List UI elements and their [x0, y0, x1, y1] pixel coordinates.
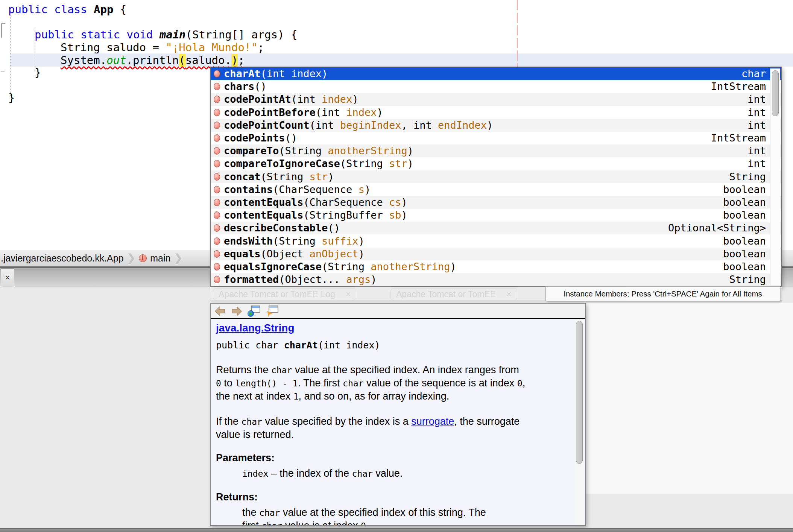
method-icon: [214, 122, 220, 129]
javadoc-content: java.lang.String public char charAt(int …: [211, 319, 585, 525]
method-icon: [214, 199, 220, 206]
completion-row[interactable]: contentEquals(CharSequence cs) boolean: [211, 196, 781, 209]
close-icon[interactable]: ×: [506, 289, 511, 299]
doc-text: 0 to length() - 1. The first char value …: [216, 377, 561, 390]
completion-label: describeConstable(): [224, 222, 664, 234]
breadcrumb-class[interactable]: .javiergarciaescobedo.kk.App: [1, 253, 124, 264]
completion-row[interactable]: codePointBefore(int index) int: [211, 106, 781, 119]
breadcrumb-method[interactable]: main: [150, 253, 170, 264]
right-margin-line: [517, 0, 518, 67]
ide-window: public class App { public static void ma…: [0, 0, 793, 532]
window-bottom-edge: [0, 528, 793, 532]
returns-header: Returns:: [216, 491, 561, 503]
completion-label: codePointCount(int beginIndex, int endIn…: [224, 119, 743, 132]
method-icon: [214, 83, 220, 90]
method-icon: [214, 211, 220, 219]
class-link[interactable]: java.lang.String: [216, 322, 295, 334]
empty-panel-area: [586, 303, 793, 494]
code-line: public class App {: [8, 3, 126, 16]
code-fold-start-icon[interactable]: [1, 23, 5, 38]
doc-text: Returns the char value at the specified …: [216, 363, 561, 377]
indent-guide: [10, 15, 11, 96]
completion-row[interactable]: compareTo(String anotherString) int: [211, 144, 781, 157]
completion-row[interactable]: codePointCount(int beginIndex, int endIn…: [211, 119, 781, 132]
code-line-error: System.out.println(saludo.);: [61, 54, 245, 67]
code-line: }: [35, 66, 41, 79]
completion-row[interactable]: concat(String str) String: [211, 170, 781, 183]
completion-hint-bar: Instance Members; Press 'Ctrl+SPACE' Aga…: [545, 286, 780, 301]
javadoc-popup: ➤ java.lang.String public char charAt(in…: [210, 303, 586, 526]
completion-row[interactable]: chars() IntStream: [211, 80, 781, 93]
tab-label: Apache Tomcat or TomEE: [396, 289, 496, 299]
method-icon: [214, 134, 220, 142]
completion-row[interactable]: contentEquals(StringBuffer sb) boolean: [211, 209, 781, 222]
go-to-source-icon[interactable]: ➤: [266, 306, 278, 317]
back-button[interactable]: [214, 306, 226, 316]
completion-label: contentEquals(StringBuffer sb): [224, 209, 719, 222]
code-line: String saludo = "¡Hola Mundo!";: [61, 41, 264, 54]
completion-row[interactable]: equals(Object anObject) boolean: [211, 248, 781, 260]
javadoc-toolbar: ➤: [211, 304, 585, 318]
method-icon: [214, 96, 220, 103]
doc-text: first char value is at index 0.: [242, 519, 561, 525]
doc-text: value is returned.: [216, 428, 561, 441]
completion-label: equals(Object anObject): [224, 248, 719, 260]
tab-tomcat-log[interactable]: Apache Tomcat or TomEE Log ×: [213, 288, 356, 300]
method-icon: [214, 173, 220, 181]
completion-label: codePointAt(int index): [224, 93, 743, 106]
close-tab-button[interactable]: ×: [1, 268, 14, 286]
method-icon: [214, 147, 220, 155]
completion-label: endsWith(String suffix): [224, 235, 719, 248]
completion-label: concat(String str): [224, 170, 725, 183]
scrollbar-thumb[interactable]: [772, 70, 779, 116]
close-icon[interactable]: ×: [346, 289, 351, 299]
code-line: public static void main(String[] args) {: [35, 28, 297, 41]
completion-row[interactable]: codePointAt(int index) int: [211, 93, 781, 106]
tab-label: Apache Tomcat or TomEE Log: [219, 289, 335, 299]
completion-label: formatted(Object... args): [224, 273, 725, 286]
completion-label: equalsIgnoreCase(String anotherString): [224, 260, 719, 273]
code-fold-end-icon[interactable]: [1, 71, 5, 71]
code-completion-popup: charAt(int index) char chars() IntStream…: [210, 67, 782, 287]
completion-label: codePoints(): [224, 132, 706, 144]
completion-scrollbar[interactable]: [770, 68, 780, 285]
method-icon: [214, 276, 220, 283]
method-icon: [214, 160, 220, 167]
completion-list: charAt(int index) char chars() IntStream…: [211, 67, 781, 286]
doc-text: the char value at the specified index of…: [242, 506, 561, 519]
completion-row[interactable]: formatted(Object... args) String: [211, 273, 781, 286]
completion-row[interactable]: endsWith(String suffix) boolean: [211, 234, 781, 247]
completion-row[interactable]: compareToIgnoreCase(String str) int: [211, 157, 781, 170]
completion-label: charAt(int index): [224, 67, 737, 80]
doc-text: the next at index 1, and so on, as for a…: [216, 390, 561, 403]
scrollbar-thumb[interactable]: [576, 321, 583, 464]
code-line: }: [8, 91, 15, 104]
completion-label: contentEquals(CharSequence cs): [224, 196, 719, 209]
completion-row[interactable]: codePoints() IntStream: [211, 132, 781, 144]
completion-row[interactable]: describeConstable() Optional<String>: [211, 222, 781, 234]
method-signature: public char charAt(int index): [216, 339, 561, 351]
doc-text: If the char value specified by the index…: [216, 415, 561, 428]
completion-label: chars(): [224, 80, 706, 93]
chevron-right-icon: ❯: [174, 252, 182, 264]
method-icon: [214, 70, 220, 78]
chevron-right-icon: ❯: [127, 252, 136, 264]
completion-return-type: Optional<String>: [668, 222, 781, 234]
completion-label: codePointBefore(int index): [224, 106, 743, 119]
show-in-browser-icon[interactable]: [248, 306, 260, 317]
doc-text: index – the index of the char value.: [242, 467, 561, 480]
method-icon: [214, 263, 220, 271]
method-icon: [214, 109, 220, 116]
completion-row[interactable]: charAt(int index) char: [211, 67, 781, 80]
completion-label: contains(CharSequence s): [224, 183, 719, 196]
javadoc-scrollbar[interactable]: [574, 320, 584, 524]
background-tab-strip: Apache Tomcat or TomEE Log × Apache Tomc…: [210, 287, 782, 301]
parameters-header: Parameters:: [216, 452, 561, 464]
completion-row[interactable]: equalsIgnoreCase(String anotherString) b…: [211, 260, 781, 273]
hint-text: Instance Members; Press 'Ctrl+SPACE' Aga…: [564, 289, 762, 298]
method-icon: [214, 186, 220, 193]
forward-button[interactable]: [231, 306, 242, 316]
method-icon: [214, 250, 220, 258]
completion-row[interactable]: contains(CharSequence s) boolean: [211, 183, 781, 196]
tab-tomcat[interactable]: Apache Tomcat or TomEE ×: [390, 288, 517, 300]
